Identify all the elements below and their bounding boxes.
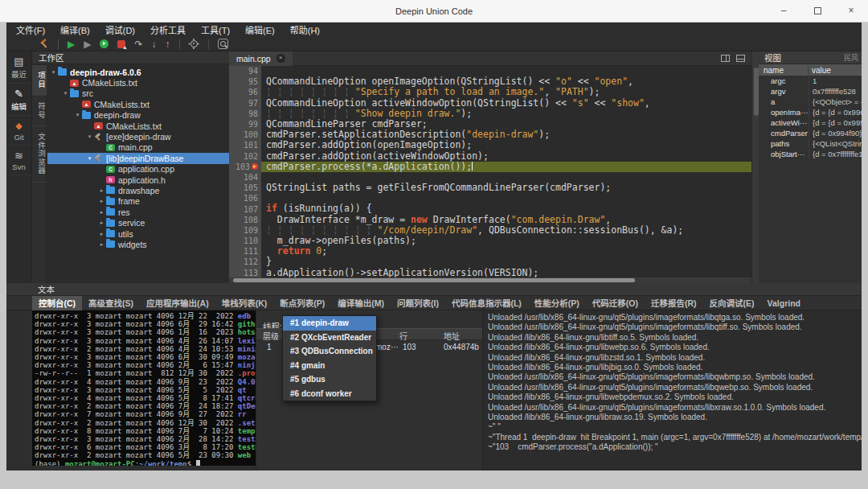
split-horizontal-icon[interactable] [736,55,745,62]
step-into-icon[interactable]: ↓ [152,39,157,49]
bottom-tab[interactable]: 断点列表(P) [273,296,331,310]
variable-row[interactable]: openIma···{d = {d = 0x9960a0}} [759,107,862,117]
line-number[interactable]: 95 [229,76,261,87]
variable-row[interactable]: argv0x7fffffffe528 [759,86,862,97]
tree-item[interactable]: ▸res [47,207,229,217]
bottom-tab[interactable]: 代码信息指示器(L) [445,296,528,310]
bottom-tab[interactable]: 应用程序输出(A) [140,296,215,310]
tree-item[interactable]: ▸utils [47,228,229,239]
code-editor[interactable]: main.cpp × 9495QCommandLineOption openIm… [229,51,751,283]
menu-item[interactable]: 分析工具 [150,23,186,36]
tree-item[interactable]: Cmain.cpp [47,142,229,153]
workspace-tab[interactable]: 文件浏览器 [32,126,47,183]
line-number[interactable]: 99 [229,119,261,129]
activity-item-svn[interactable]: ≋Svn [6,146,31,175]
stop-icon[interactable] [117,40,125,48]
thread-dropdown-item[interactable]: #5 gdbus [283,372,376,387]
run-icon[interactable]: ▶ [68,39,75,49]
tree-item[interactable]: ▾[exe]deepin-draw [47,131,229,142]
menu-item[interactable]: 调试(D) [105,23,135,36]
line-number[interactable]: 109 [229,225,261,236]
maximize-icon[interactable] [812,5,823,16]
close-icon[interactable]: × [845,5,857,16]
editor-tab-main-cpp[interactable]: main.cpp × [229,51,293,66]
line-number[interactable]: 97 [229,98,261,109]
editor-vertical-scrollbar[interactable] [751,51,759,283]
line-number[interactable]: 96 [229,87,261,97]
thread-dropdown-item[interactable]: #1 deepin-draw [283,316,376,331]
bottom-tab[interactable]: 性能分析(P) [528,296,586,310]
tree-item[interactable]: ▸widgets [47,239,229,249]
tree-item[interactable]: ▲CMakeLists.txt [47,99,229,109]
menu-item[interactable]: 编辑(E) [245,23,275,36]
step-over-icon[interactable]: ↷ [134,39,142,49]
line-number[interactable]: 101 [229,140,261,150]
tree-item[interactable]: Capplication.cpp [47,164,229,175]
run-file-icon[interactable]: ▶ [84,39,91,49]
bottom-tab[interactable]: 高级查找(S) [82,296,140,310]
activity-item-edit[interactable]: ✎编辑 [6,84,31,116]
line-number[interactable]: 102 [229,151,261,162]
editor-code-area[interactable]: 9495QCommandLineOption openImageOption(Q… [229,66,751,277]
bottom-tab[interactable]: 编译输出(M) [331,296,391,310]
search-icon[interactable] [218,39,228,49]
breakpoint-icon[interactable] [252,163,258,170]
thread-dropdown-item[interactable]: #3 QDBusConnection [283,344,376,359]
line-number[interactable]: 100 [229,129,261,140]
continue-icon[interactable] [100,39,108,48]
workspace-tab[interactable]: 符号 [32,96,47,126]
thread-dropdown-item[interactable]: #4 gmain [283,359,376,373]
tree-item[interactable]: ▲CMakeLists.txt [47,121,229,131]
tree-item[interactable]: ▾[lib]deepinDrawBase [47,153,229,163]
workspace-tab[interactable]: 项目 [32,65,47,96]
variable-row[interactable]: paths{<QList<QString>> = ··· [759,138,862,149]
line-number[interactable]: 111 [229,246,261,257]
terminal[interactable]: drwxr-xr-x 3 mozart mozart 4096 12月 22 2… [32,310,256,466]
line-number[interactable]: 94 [229,66,261,76]
split-vertical-icon[interactable] [721,55,730,62]
menu-item[interactable]: 帮助(H) [290,23,320,36]
thread-dropdown-item[interactable]: #2 QXcbEventReader [283,331,376,345]
tab-close-icon[interactable]: × [276,54,285,63]
tree-item[interactable]: ▾deepin-draw-6.0.6 [47,67,229,77]
bottom-tab[interactable]: Valgrind [761,296,807,310]
line-number[interactable]: 107 [229,203,261,214]
menu-item[interactable]: 文件(F) [16,23,45,36]
activity-item-git[interactable]: ◆Git [6,116,31,146]
tree-item[interactable]: ▲CMakeLists.txt [47,77,229,88]
tree-item[interactable]: happlication.h [47,175,229,185]
line-number[interactable]: 112 [229,257,261,267]
line-number[interactable]: 106 [229,193,261,203]
variable-row[interactable]: argc1 [759,76,862,86]
variable-row[interactable]: activeWi···{d = {d = 0x995fd0}} [759,117,862,128]
line-number[interactable]: 110 [229,236,261,246]
tree-item[interactable]: ▸frame [47,196,229,207]
line-number[interactable]: 105 [229,183,261,193]
tree-item[interactable]: ▸service [47,217,229,228]
activity-item-recent[interactable]: ▤最近 [6,51,31,84]
variable-row[interactable]: a{<QObject> = {<No d··· [759,97,862,107]
tree-item[interactable]: ▾deepin-draw [47,110,229,121]
variable-row[interactable]: objStart···{d = 0x7fffffffe1f0, o ··· [759,149,862,159]
line-number[interactable]: 108 [229,215,261,225]
settings-gear-icon[interactable] [190,40,198,47]
editor-horizontal-scrollbar[interactable] [229,277,751,283]
bottom-tab[interactable]: 代码迁移(O) [586,296,645,310]
bottom-tab[interactable]: 问题列表(I) [391,296,445,310]
tree-item[interactable]: ▾src [47,88,229,99]
debug-output-log[interactable]: Unloaded /usr/lib/x86_64-linux-gnu/qt5/p… [482,310,862,471]
bottom-tab[interactable]: 反向调试(E) [703,296,761,310]
variables-table[interactable]: argc1argv0x7fffffffe528a{<QObject> = {<N… [759,76,862,159]
tree-item[interactable]: ▸drawshape [47,185,229,195]
step-out-icon[interactable]: ↑ [166,39,170,49]
thread-dropdown-item[interactable]: #6 dconf worker [283,387,376,401]
project-tree[interactable]: ▾deepin-draw-6.0.6▲CMakeLists.txt▾src▲CM… [47,65,229,283]
menu-item[interactable]: 工具(T) [201,23,230,36]
variable-row[interactable]: cmdParser{d = 0x994f90} [759,128,862,138]
line-number[interactable]: 113 [229,268,261,277]
minimize-icon[interactable]: – [778,5,789,16]
line-number[interactable]: 98 [229,109,261,119]
build-hammer-icon[interactable] [39,39,49,49]
bottom-tab[interactable]: 迁移报告(R) [645,296,703,310]
scrollbar-thumb[interactable] [233,278,635,282]
